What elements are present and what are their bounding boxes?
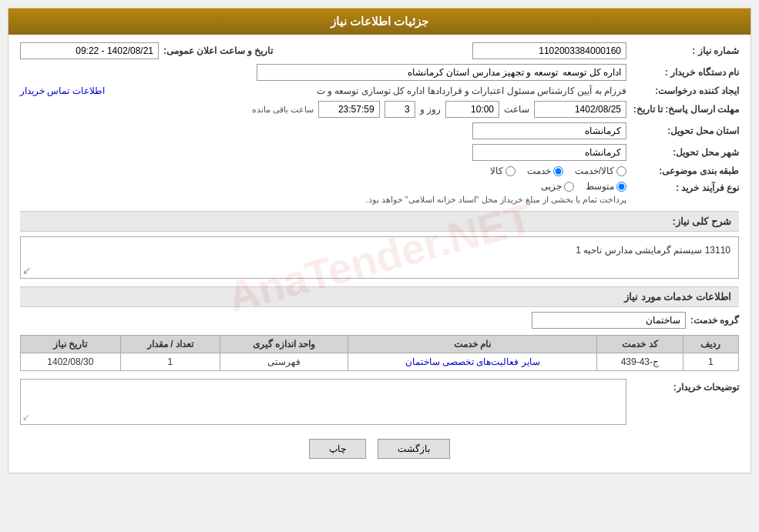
cell-radif: 1 xyxy=(683,353,738,371)
shomareNiaz-label: شماره نیاز : xyxy=(631,45,739,56)
tawzih-label: توضیحات خریدار: xyxy=(631,379,739,393)
rooz-label: روز و xyxy=(420,104,441,115)
cell-vahed: فهرستی xyxy=(220,353,348,371)
ostan-input[interactable] xyxy=(472,122,626,139)
grohKhedmat-label: گروه خدمت: xyxy=(690,315,739,326)
namDastgah-label: نام دستگاه خریدار : xyxy=(631,67,739,78)
radio-kala[interactable]: کالا xyxy=(490,166,516,176)
shahr-input[interactable] xyxy=(472,144,626,161)
tabaqe-label: طبقه بندی موضوعی: xyxy=(631,166,739,176)
mohlat-saat-input[interactable] xyxy=(445,101,499,118)
farayand-jozii-label: جزیی xyxy=(541,181,562,192)
cell-kod: ج-43-439 xyxy=(597,353,683,371)
grohKhedmat-input[interactable] xyxy=(532,312,686,329)
farayand-radio-group: متوسط جزیی xyxy=(365,181,626,192)
radio-kala-khedmat[interactable]: کالا/خدمت xyxy=(575,166,626,176)
shomareNiaz-input[interactable] xyxy=(472,42,626,59)
tarikh-elan-input[interactable] xyxy=(20,42,159,59)
cell-tedad: 1 xyxy=(120,353,220,371)
mohlat-date-input[interactable] xyxy=(534,101,626,118)
ijadKonande-label: ایجاد کننده درخواست: xyxy=(631,85,739,96)
col-radif: ردیف xyxy=(683,336,738,353)
sharh-niaz-text: 13110 سیستم گرمایشی مدارس ناحیه 1 xyxy=(25,242,734,259)
print-button[interactable]: چاپ xyxy=(309,439,366,459)
col-tarikh: تاریخ نیاز xyxy=(21,336,121,353)
remaining-time-input[interactable] xyxy=(318,101,380,118)
mohlat-rooz-input[interactable] xyxy=(385,101,415,118)
mohlat-label: مهلت ارسال پاسخ: تا تاریخ: xyxy=(631,104,739,115)
tabaqe-kala-label: کالا xyxy=(490,166,503,176)
back-button[interactable]: بازگشت xyxy=(378,439,450,459)
remaining-label: ساعت باقی مانده xyxy=(252,105,314,115)
cell-nam: سایر فعالیت‌های تخصصی ساختمان xyxy=(348,353,597,371)
resize-icon: ↙ xyxy=(22,412,30,423)
radio-jozii[interactable]: جزیی xyxy=(541,181,574,192)
tabaqe-radio-group: کالا/خدمت خدمت کالا xyxy=(490,166,626,176)
takhNiaz-label: تاریخ و ساعت اعلان عمومی: xyxy=(163,45,273,56)
col-vahed: واحد اندازه گیری xyxy=(220,336,348,353)
khAdamat-section-title: اطلاعات خدمات مورد نیاز xyxy=(20,286,739,307)
ostan-label: استان محل تحویل: xyxy=(631,125,739,136)
ittilaat-tamas-link[interactable]: اطلاعات تماس خریدار xyxy=(20,85,105,96)
radio-motavasset[interactable]: متوسط xyxy=(586,181,626,192)
page-title: جزئیات اطلاعات نیاز xyxy=(8,8,751,35)
table-row: 1 ج-43-439 سایر فعالیت‌های تخصصی ساختمان… xyxy=(21,353,739,371)
namDastgah-input[interactable] xyxy=(257,64,626,81)
cell-tarikh: 1402/08/30 xyxy=(21,353,121,371)
shahr-label: شهر محل تحویل: xyxy=(631,147,739,158)
tabaqe-khedmat-label: خدمت xyxy=(527,166,551,176)
farayand-motavasset-label: متوسط xyxy=(586,181,614,192)
farayand-note: پرداخت تمام یا بخشی از مبلغ خریداز محل "… xyxy=(365,195,626,205)
sharh-section-title: شرح کلی نیاز: xyxy=(20,211,739,232)
noeFarayand-label: نوع فرآیند خرید : xyxy=(631,181,739,193)
col-tedad: تعداد / مقدار xyxy=(120,336,220,353)
ijadKonande-text: فرزام به آیین کارشناس مسئول اعتبارات و ق… xyxy=(109,85,626,96)
button-row: بازگشت چاپ xyxy=(20,430,739,465)
radio-khedmat[interactable]: خدمت xyxy=(527,166,563,176)
col-nam: نام خدمت xyxy=(348,336,597,353)
tawzih-container: ↙ xyxy=(20,379,626,425)
col-kod: کد خدمت xyxy=(597,336,683,353)
services-table: ردیف کد خدمت نام خدمت واحد اندازه گیری ت… xyxy=(20,335,739,371)
saat-label: ساعت xyxy=(504,104,529,115)
sharh-niaz-container: AnaTender.NET 13110 سیستم گرمایشی مدارس … xyxy=(20,236,739,279)
tabaqe-kala-khedmat-label: کالا/خدمت xyxy=(575,166,614,176)
